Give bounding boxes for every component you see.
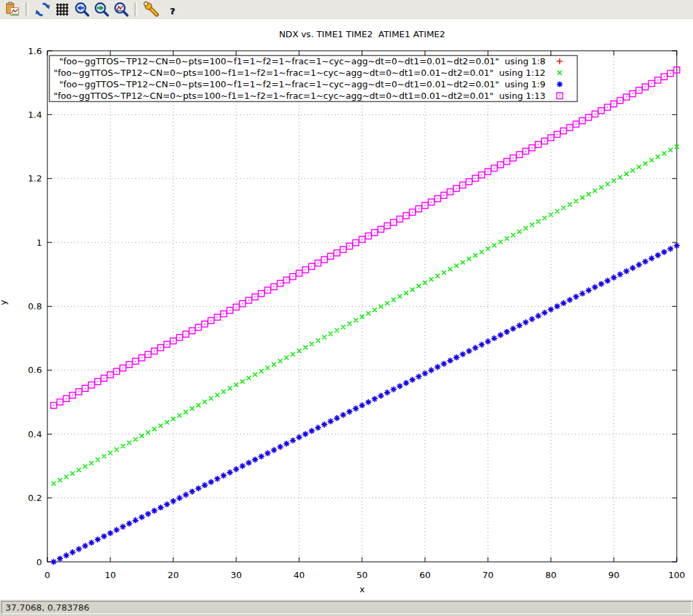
legend-label: "foo~ggTTOS~TP12~CN=0~pts=100~f1=1~f2=1~… bbox=[60, 79, 545, 89]
svg-text:0.4: 0.4 bbox=[28, 429, 42, 439]
svg-text:90: 90 bbox=[608, 570, 620, 580]
zoom-next-button[interactable] bbox=[92, 1, 110, 18]
legend-label: "foo~ggTTOS~TP12~CN=0~pts=100~f1=1~f2=1~… bbox=[60, 56, 545, 66]
svg-text:1.2: 1.2 bbox=[28, 173, 42, 183]
svg-text:10: 10 bbox=[105, 570, 116, 580]
toolbar-separator bbox=[26, 3, 28, 16]
svg-text:1: 1 bbox=[37, 238, 42, 248]
plot-canvas[interactable]: 010203040506070809010000.20.40.60.811.21… bbox=[0, 19, 693, 600]
toggle-grid-button[interactable] bbox=[53, 1, 71, 18]
svg-text:0: 0 bbox=[37, 557, 42, 567]
y-axis-label: y bbox=[0, 300, 8, 305]
configure-button[interactable] bbox=[142, 1, 160, 18]
y-tick-labels: 00.20.40.60.811.21.41.6 bbox=[28, 46, 42, 567]
wrench-icon bbox=[143, 1, 160, 18]
clipboard-plot-icon bbox=[4, 1, 20, 18]
magnifier-left-arrow-icon bbox=[74, 1, 90, 18]
grid-icon bbox=[54, 1, 70, 18]
svg-text:60: 60 bbox=[420, 570, 431, 580]
refresh-arrows-icon bbox=[35, 1, 51, 18]
legend-marker bbox=[557, 81, 563, 87]
grid-lines bbox=[47, 51, 677, 562]
x-tick-labels: 0102030405060708090100 bbox=[45, 570, 686, 580]
autoscale-button[interactable] bbox=[112, 1, 130, 18]
svg-text:100: 100 bbox=[669, 570, 686, 580]
chart-title: NDX vs. TIME1 TIME2 ATIME1 ATIME2 bbox=[279, 29, 445, 39]
legend-label: "foo~ggTTOS~TP12~CN=0~pts=100~f1=1~f2=1~… bbox=[53, 91, 545, 101]
help-button[interactable]: ? bbox=[162, 1, 180, 18]
question-mark-icon: ? bbox=[163, 1, 179, 18]
x-axis-label: x bbox=[359, 584, 365, 594]
svg-text:0.6: 0.6 bbox=[28, 365, 42, 375]
svg-text:0: 0 bbox=[45, 570, 50, 580]
svg-text:?: ? bbox=[170, 6, 175, 16]
chart-svg[interactable]: 010203040506070809010000.20.40.60.811.21… bbox=[0, 19, 693, 600]
svg-text:50: 50 bbox=[357, 570, 368, 580]
legend: "foo~ggTTOS~TP12~CN=0~pts=100~f1=1~f2=1~… bbox=[49, 56, 577, 102]
copy-plot-button[interactable] bbox=[3, 1, 21, 18]
zoom-previous-button[interactable] bbox=[72, 1, 91, 18]
series-points-4 bbox=[51, 67, 679, 408]
svg-text:20: 20 bbox=[168, 570, 179, 580]
toolbar: ? bbox=[0, 0, 693, 19]
svg-text:80: 80 bbox=[545, 570, 557, 580]
svg-text:0.2: 0.2 bbox=[28, 493, 42, 503]
replot-button[interactable] bbox=[33, 1, 51, 18]
gnuplot-window: ? 010203040506070809010000.20.40.60.811.… bbox=[0, 0, 693, 616]
svg-text:70: 70 bbox=[483, 570, 494, 580]
legend-label: "foo~ggTTOS~TP12~CN=0~pts=100~f1=1~f2=1~… bbox=[53, 68, 545, 78]
svg-text:0.8: 0.8 bbox=[28, 301, 42, 311]
svg-text:30: 30 bbox=[231, 570, 242, 580]
series-points-3 bbox=[51, 243, 679, 565]
toolbar-separator bbox=[135, 3, 137, 16]
svg-text:1.6: 1.6 bbox=[28, 46, 42, 56]
series-points-1 bbox=[51, 243, 679, 565]
svg-text:40: 40 bbox=[294, 570, 305, 580]
magnifier-right-arrow-icon bbox=[93, 1, 110, 18]
status-bar: 37.7068, 0.783786 bbox=[0, 600, 693, 616]
magnifier-plot-icon bbox=[113, 1, 129, 18]
mouse-coordinates: 37.7068, 0.783786 bbox=[1, 601, 692, 614]
svg-text:1.4: 1.4 bbox=[28, 110, 42, 120]
series-points-2 bbox=[51, 144, 679, 485]
